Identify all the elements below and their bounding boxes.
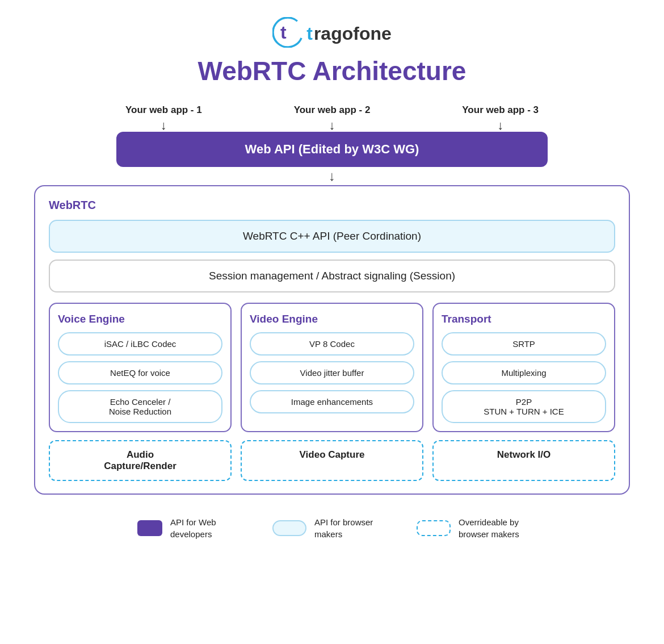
legend-solid: API for Web developers: [137, 516, 238, 540]
center-arrow: ↓: [329, 169, 335, 183]
video-capture-box: Video Capture: [241, 440, 423, 481]
video-item-2: Video jitter buffer: [250, 361, 414, 384]
legend-rounded-label: API for browser makers: [314, 516, 383, 540]
voice-item-3: Echo Cenceler / Noise Reduction: [58, 390, 222, 423]
transport-col: Transport SRTP Multiplexing P2P STUN + T…: [432, 303, 615, 432]
engine-columns: Voice Engine iSAC / iLBC Codec NetEQ for…: [49, 303, 615, 432]
video-item-1: VP 8 Codec: [250, 332, 414, 356]
legend-rounded: API for browser makers: [272, 516, 383, 540]
audio-capture-box: Audio Capture/Render: [49, 440, 232, 481]
logo-icon: t: [272, 17, 303, 50]
arrow-down-3: ↓: [497, 119, 503, 132]
page-title: WebRTC Architecture: [198, 56, 467, 86]
web-api-bar: Web API (Edited by W3C WG): [116, 132, 548, 167]
video-engine-col: Video Engine VP 8 Codec Video jitter buf…: [241, 303, 423, 432]
arrow-down-2: ↓: [329, 119, 335, 132]
web-apps-row: Your web app - 1 ↓ Your web app - 2 ↓ Yo…: [62, 104, 602, 132]
session-mgmt-box: Session management / Abstract signaling …: [49, 260, 615, 292]
transport-item-1: SRTP: [442, 332, 606, 356]
voice-engine-title: Voice Engine: [58, 313, 222, 325]
legend: API for Web developers API for browser m…: [137, 516, 527, 540]
logo-area: t tragofone: [272, 17, 392, 50]
transport-title: Transport: [442, 313, 606, 325]
voice-item-2: NetEQ for voice: [58, 361, 222, 384]
voice-item-1: iSAC / iLBC Codec: [58, 332, 222, 356]
web-app-2: Your web app - 2 ↓: [248, 104, 417, 132]
cpp-api-box: WebRTC C++ API (Peer Cordination): [49, 220, 615, 253]
voice-engine-col: Voice Engine iSAC / iLBC Codec NetEQ for…: [49, 303, 232, 432]
web-app-3: Your web app - 3 ↓: [416, 104, 585, 132]
svg-text:t: t: [280, 22, 287, 43]
network-io-box: Network I/O: [432, 440, 615, 481]
legend-rounded-box: [272, 520, 306, 536]
web-app-1: Your web app - 1 ↓: [79, 104, 248, 132]
bottom-dashed-row: Audio Capture/Render Video Capture Netwo…: [49, 440, 615, 481]
arrow-down-1: ↓: [161, 119, 167, 132]
transport-item-3: P2P STUN + TURN + ICE: [442, 390, 606, 423]
svg-point-0: [273, 18, 302, 47]
video-item-3: Image enhancements: [250, 390, 414, 413]
legend-dashed-box: [417, 520, 451, 536]
webrtc-label: WebRTC: [49, 199, 615, 212]
legend-dashed-label: Overrideable by browser makers: [459, 516, 527, 540]
webrtc-outer-box: WebRTC WebRTC C++ API (Peer Cordination)…: [34, 185, 630, 495]
legend-solid-label: API for Web developers: [170, 516, 238, 540]
legend-solid-box: [137, 520, 162, 536]
video-engine-title: Video Engine: [250, 313, 414, 325]
logo-text: tragofone: [306, 23, 392, 44]
transport-item-2: Multiplexing: [442, 361, 606, 384]
legend-dashed: Overrideable by browser makers: [417, 516, 527, 540]
